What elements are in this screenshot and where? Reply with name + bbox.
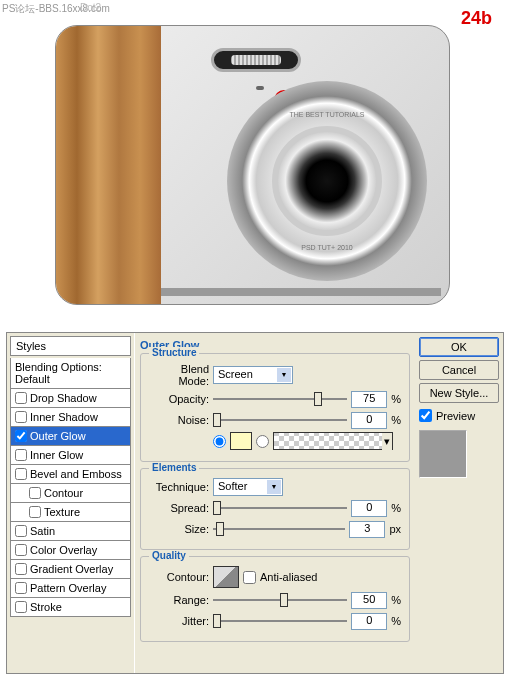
- effect-checkbox[interactable]: [15, 411, 27, 423]
- blend-mode-label: Blend Mode:: [149, 363, 209, 387]
- elements-group: Elements Technique: Softer Spread: 0 % S…: [140, 468, 410, 550]
- jitter-slider[interactable]: [213, 612, 347, 630]
- flash-unit: [211, 48, 301, 72]
- noise-unit: %: [391, 414, 401, 426]
- blending-options-row[interactable]: Blending Options: Default: [10, 358, 131, 389]
- effect-row-stroke[interactable]: Stroke: [10, 598, 131, 617]
- effect-checkbox[interactable]: [15, 582, 27, 594]
- styles-header[interactable]: Styles: [10, 336, 131, 356]
- opacity-label: Opacity:: [149, 393, 209, 405]
- new-style-button[interactable]: New Style...: [419, 383, 499, 403]
- opacity-input[interactable]: 75: [351, 391, 387, 408]
- dialog-buttons: OK Cancel New Style... Preview: [415, 333, 503, 673]
- range-label: Range:: [149, 594, 209, 606]
- noise-input[interactable]: 0: [351, 412, 387, 429]
- structure-label: Structure: [149, 347, 199, 358]
- effect-row-color-overlay[interactable]: Color Overlay: [10, 541, 131, 560]
- effect-row-contour[interactable]: Contour: [10, 484, 131, 503]
- effect-checkbox[interactable]: [29, 487, 41, 499]
- step-label: 24b: [461, 8, 492, 29]
- effect-label: Satin: [30, 525, 55, 537]
- opacity-unit: %: [391, 393, 401, 405]
- effect-label: Color Overlay: [30, 544, 97, 556]
- quality-group: Quality Contour: Anti-aliased Range: 50 …: [140, 556, 410, 642]
- effect-checkbox[interactable]: [15, 563, 27, 575]
- effect-checkbox[interactable]: [15, 544, 27, 556]
- effect-label: Contour: [44, 487, 83, 499]
- antialiased-checkbox[interactable]: [243, 571, 256, 584]
- effect-checkbox[interactable]: [15, 392, 27, 404]
- structure-group: Structure Blend Mode: Screen Opacity: 75…: [140, 353, 410, 462]
- glow-color-radio[interactable]: [213, 435, 226, 448]
- quality-label: Quality: [149, 550, 189, 561]
- microphone-holes: [256, 86, 264, 90]
- range-slider[interactable]: [213, 591, 347, 609]
- effect-checkbox[interactable]: [15, 601, 27, 613]
- spread-unit: %: [391, 502, 401, 514]
- effect-label: Texture: [44, 506, 80, 518]
- range-unit: %: [391, 594, 401, 606]
- size-label: Size:: [149, 523, 209, 535]
- preview-swatch: [419, 430, 467, 478]
- effect-label: Gradient Overlay: [30, 563, 113, 575]
- effect-label: Bevel and Emboss: [30, 468, 122, 480]
- effect-label: Inner Glow: [30, 449, 83, 461]
- glow-color-swatch[interactable]: [230, 432, 252, 450]
- contour-picker[interactable]: [213, 566, 239, 588]
- layer-style-dialog: Styles Blending Options: Default Drop Sh…: [6, 332, 504, 674]
- effect-checkbox[interactable]: [29, 506, 41, 518]
- styles-column: Styles Blending Options: Default Drop Sh…: [7, 333, 135, 673]
- wood-grip: [56, 26, 161, 304]
- effect-checkbox[interactable]: [15, 525, 27, 537]
- ok-button[interactable]: OK: [419, 337, 499, 357]
- effect-label: Drop Shadow: [30, 392, 97, 404]
- size-unit: px: [389, 523, 401, 535]
- effect-checkbox[interactable]: [15, 468, 27, 480]
- technique-label: Technique:: [149, 481, 209, 493]
- effect-checkbox[interactable]: [15, 449, 27, 461]
- lens-text-top: THE BEST TUTORIALS: [289, 111, 364, 118]
- effect-row-outer-glow[interactable]: Outer Glow: [10, 427, 131, 446]
- effect-row-bevel-and-emboss[interactable]: Bevel and Emboss: [10, 465, 131, 484]
- lens-text-bottom: PSD TUT+ 2010: [301, 244, 352, 251]
- preview-label: Preview: [436, 410, 475, 422]
- blend-mode-select[interactable]: Screen: [213, 366, 293, 384]
- noise-label: Noise:: [149, 414, 209, 426]
- glow-gradient-picker[interactable]: [273, 432, 393, 450]
- opacity-slider[interactable]: [213, 390, 347, 408]
- effect-row-pattern-overlay[interactable]: Pattern Overlay: [10, 579, 131, 598]
- antialiased-label: Anti-aliased: [260, 571, 317, 583]
- lens-assembly: THE BEST TUTORIALS PSD TUT+ 2010: [227, 81, 427, 281]
- size-slider[interactable]: [213, 520, 345, 538]
- glow-gradient-radio[interactable]: [256, 435, 269, 448]
- effect-checkbox[interactable]: [15, 430, 27, 442]
- jitter-label: Jitter:: [149, 615, 209, 627]
- effect-row-inner-glow[interactable]: Inner Glow: [10, 446, 131, 465]
- effect-row-texture[interactable]: Texture: [10, 503, 131, 522]
- size-input[interactable]: 3: [349, 521, 385, 538]
- doc-title: Dot2: [80, 2, 101, 13]
- noise-slider[interactable]: [213, 411, 347, 429]
- spread-slider[interactable]: [213, 499, 347, 517]
- effect-row-satin[interactable]: Satin: [10, 522, 131, 541]
- effect-row-drop-shadow[interactable]: Drop Shadow: [10, 389, 131, 408]
- effect-label: Pattern Overlay: [30, 582, 106, 594]
- jitter-unit: %: [391, 615, 401, 627]
- effect-label: Inner Shadow: [30, 411, 98, 423]
- spread-input[interactable]: 0: [351, 500, 387, 517]
- effect-label: Stroke: [30, 601, 62, 613]
- bottom-trim: [161, 288, 441, 296]
- effect-row-inner-shadow[interactable]: Inner Shadow: [10, 408, 131, 427]
- settings-panel: Outer Glow Structure Blend Mode: Screen …: [135, 333, 415, 673]
- camera-illustration: ∴ THE BEST TUTORIALS PSD TUT+ 2010: [55, 25, 450, 305]
- technique-select[interactable]: Softer: [213, 478, 283, 496]
- effect-row-gradient-overlay[interactable]: Gradient Overlay: [10, 560, 131, 579]
- elements-label: Elements: [149, 462, 199, 473]
- preview-checkbox[interactable]: [419, 409, 432, 422]
- lens-glass: [272, 126, 382, 236]
- effect-label: Outer Glow: [30, 430, 86, 442]
- jitter-input[interactable]: 0: [351, 613, 387, 630]
- cancel-button[interactable]: Cancel: [419, 360, 499, 380]
- range-input[interactable]: 50: [351, 592, 387, 609]
- contour-label: Contour:: [149, 571, 209, 583]
